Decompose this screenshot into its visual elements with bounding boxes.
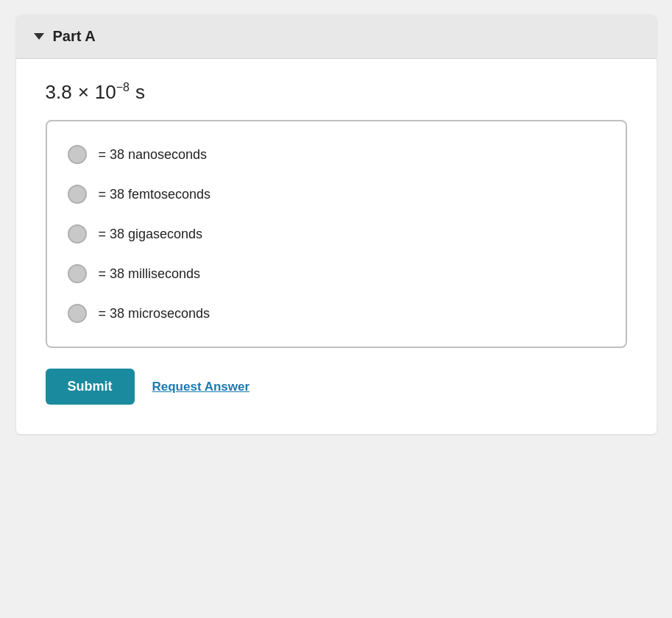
option-label-gigaseconds: = 38 gigaseconds [99,227,203,242]
chevron-down-icon[interactable] [34,33,44,40]
radio-milliseconds[interactable] [68,264,87,283]
option-row-5[interactable]: = 38 microseconds [68,294,605,333]
option-label-nanoseconds: = 38 nanoseconds [99,147,208,163]
radio-nanoseconds[interactable] [68,145,87,164]
submit-button[interactable]: Submit [46,369,135,405]
option-label-milliseconds: = 38 milliseconds [99,266,201,282]
content-area: 3.8 × 10−8 s = 38 nanoseconds = 38 femto… [16,59,657,434]
radio-femtoseconds[interactable] [68,185,87,204]
part-header: Part A [16,15,657,59]
equation-unit: s [135,81,145,104]
options-box: = 38 nanoseconds = 38 femtoseconds = 38 … [46,120,627,348]
option-row-1[interactable]: = 38 nanoseconds [68,135,605,174]
option-row-4[interactable]: = 38 milliseconds [68,254,605,294]
request-answer-link[interactable]: Request Answer [152,380,250,394]
option-label-microseconds: = 38 microseconds [99,306,211,322]
main-card: Part A 3.8 × 10−8 s = 38 nanoseconds = 3… [16,15,657,434]
equation-power: 10−8 [95,81,130,104]
option-row-2[interactable]: = 38 femtoseconds [68,174,605,214]
option-row-3[interactable]: = 38 gigaseconds [68,214,605,254]
radio-gigaseconds[interactable] [68,224,87,244]
equation-display: 3.8 × 10−8 s [46,81,627,104]
radio-microseconds[interactable] [68,304,87,323]
equation-operator: × [78,81,89,104]
actions-bar: Submit Request Answer [46,369,627,405]
option-label-femtoseconds: = 38 femtoseconds [99,187,211,202]
part-title: Part A [53,28,96,45]
equation-coefficient: 3.8 [46,81,72,104]
